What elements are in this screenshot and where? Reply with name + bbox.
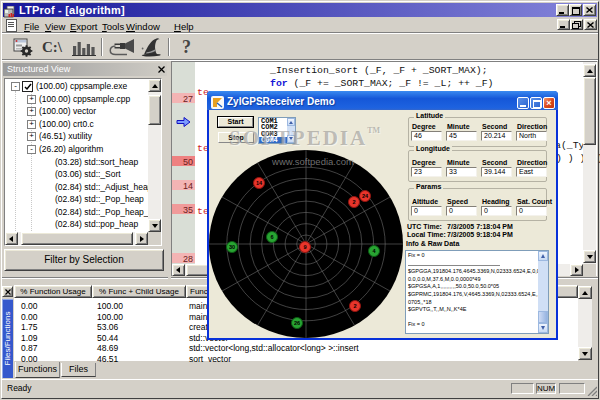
- svg-text:30: 30: [229, 244, 235, 250]
- svg-text:2: 2: [352, 199, 355, 205]
- svg-text:24: 24: [362, 193, 369, 199]
- svg-text:2: 2: [353, 303, 356, 309]
- svg-text:26: 26: [294, 320, 300, 326]
- svg-text:14: 14: [256, 180, 263, 186]
- svg-text:6: 6: [270, 234, 273, 240]
- svg-text:9: 9: [303, 244, 306, 250]
